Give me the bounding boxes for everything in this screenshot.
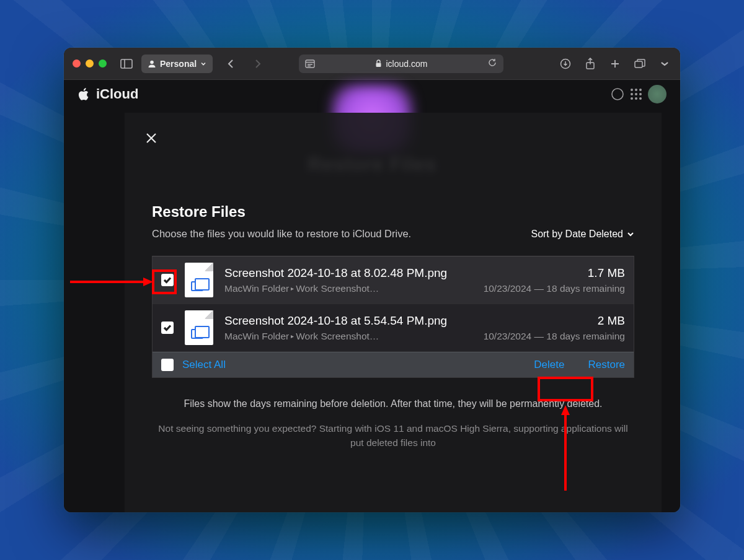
- window-controls: [73, 59, 107, 68]
- profile-selector[interactable]: Personal: [141, 55, 213, 73]
- profile-label: Personal: [160, 59, 197, 69]
- file-checkbox[interactable]: [161, 322, 174, 334]
- select-all-button[interactable]: Select All: [182, 359, 226, 371]
- new-tab-icon[interactable]: [608, 58, 622, 70]
- file-size: 1.7 MB: [484, 266, 625, 280]
- chevron-down-icon: [627, 230, 634, 238]
- svg-point-11: [612, 89, 623, 100]
- sort-dropdown[interactable]: Sort by Date Deleted: [531, 229, 634, 240]
- restore-button[interactable]: Restore: [588, 359, 625, 371]
- sort-label: Sort by Date Deleted: [531, 229, 623, 240]
- browser-window: Personal icloud.com: [64, 48, 680, 512]
- file-deleted-info: 10/23/2024 — 18 days remaining: [484, 283, 625, 294]
- downloads-icon[interactable]: [559, 58, 572, 70]
- svg-rect-10: [635, 61, 642, 68]
- apps-grid-icon[interactable]: [631, 89, 642, 100]
- delete-button[interactable]: Delete: [534, 359, 564, 371]
- file-row[interactable]: Screenshot 2024-10-18 at 5.54.54 PM.png …: [153, 304, 634, 352]
- files-list: Screenshot 2024-10-18 at 8.02.48 PM.png …: [152, 256, 634, 378]
- back-button[interactable]: [221, 55, 240, 73]
- select-all-checkbox[interactable]: [161, 359, 174, 371]
- file-type-icon: [185, 310, 213, 345]
- sidebar-toggle-icon[interactable]: [120, 55, 133, 73]
- overflow-icon[interactable]: [658, 58, 671, 70]
- svg-point-2: [150, 60, 154, 64]
- file-path: MacWin Folder ▸ Work Screenshot…: [224, 283, 472, 294]
- tabs-icon[interactable]: [633, 58, 647, 70]
- restore-files-modal: Restore Files Choose the files you would…: [125, 113, 662, 512]
- icloud-brand: iCloud: [96, 86, 138, 102]
- account-avatar[interactable]: [648, 85, 666, 103]
- modal-title: Restore Files: [152, 203, 634, 221]
- maximize-window-button[interactable]: [99, 59, 107, 68]
- file-size: 2 MB: [484, 314, 625, 328]
- file-name: Screenshot 2024-10-18 at 5.54.54 PM.png: [224, 314, 472, 328]
- address-bar[interactable]: icloud.com: [299, 55, 503, 73]
- site-settings-icon[interactable]: [305, 59, 315, 68]
- lock-icon: [375, 59, 382, 68]
- footer-info-2: Not seeing something you expected? Start…: [152, 421, 634, 450]
- file-name: Screenshot 2024-10-18 at 8.02.48 PM.png: [224, 266, 472, 280]
- titlebar: Personal icloud.com: [64, 48, 680, 80]
- close-window-button[interactable]: [73, 59, 81, 68]
- file-deleted-info: 10/23/2024 — 18 days remaining: [484, 331, 625, 342]
- modal-subtitle: Choose the files you would like to resto…: [152, 228, 411, 240]
- svg-rect-0: [121, 59, 132, 68]
- apple-logo-icon: [78, 87, 90, 101]
- footer-info-1: Files show the days remaining before del…: [152, 396, 634, 411]
- close-icon[interactable]: [142, 129, 161, 147]
- file-path: MacWin Folder ▸ Work Screenshot…: [224, 331, 472, 342]
- file-row[interactable]: Screenshot 2024-10-18 at 8.02.48 PM.png …: [153, 256, 634, 304]
- share-icon[interactable]: [583, 58, 597, 70]
- file-type-icon: [185, 263, 213, 297]
- refresh-button[interactable]: [487, 58, 497, 70]
- url-text: icloud.com: [386, 59, 427, 69]
- minimize-window-button[interactable]: [86, 59, 94, 68]
- forward-button[interactable]: [249, 55, 267, 73]
- list-toolbar: Select All Delete Restore: [153, 352, 634, 377]
- file-checkbox[interactable]: [161, 274, 174, 286]
- background-clipped-text: 1 Archive No Archives: [152, 510, 634, 512]
- svg-rect-7: [376, 63, 381, 68]
- notification-icon[interactable]: [611, 87, 624, 101]
- toolbar-right: [559, 58, 671, 70]
